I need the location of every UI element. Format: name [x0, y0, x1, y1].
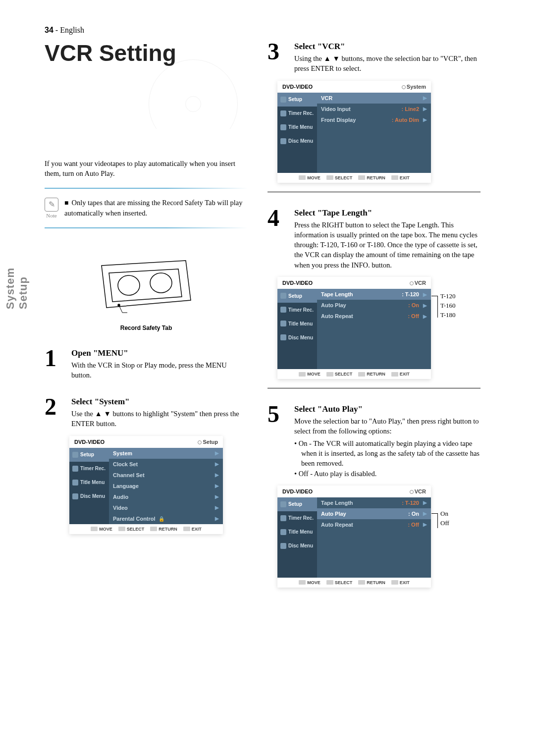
return-icon	[150, 527, 157, 531]
osd-main: VCR▶ Video Input: Line2▶ Front Display: …	[317, 93, 431, 173]
disc-icon	[280, 543, 286, 549]
osd-row: Front Display: Auto Dim▶	[317, 114, 431, 125]
chevron-right-icon: ▶	[215, 461, 219, 467]
gear-icon	[280, 97, 286, 103]
step-title: Select "VCR"	[294, 42, 481, 52]
ok-icon	[118, 527, 125, 531]
chevron-right-icon: ▶	[423, 511, 427, 516]
osd-foot-move: MOVE	[299, 580, 321, 585]
osd-foot-exit: EXIT	[391, 580, 410, 585]
step-number: 1	[45, 346, 64, 380]
osd-sidebar: Setup Timer Rec. Title Menu Disc Menu	[277, 289, 317, 369]
chevron-right-icon: ▶	[215, 505, 219, 510]
chevron-right-icon: ▶	[423, 106, 427, 111]
chevron-right-icon: ▶	[423, 314, 427, 319]
osd-breadcrumb: VCR	[410, 280, 426, 286]
disc-icon	[72, 493, 78, 499]
step-5: 5 Select "Auto Play" Move the selection …	[268, 402, 481, 479]
osd-row-vcr: VCR▶	[317, 93, 431, 104]
title-block: VCR Setting	[45, 40, 248, 129]
osd-header: DVD-VIDEO VCR	[277, 486, 431, 497]
osd-body: Setup Timer Rec. Title Menu Disc Menu Ta…	[277, 289, 431, 369]
chevron-right-icon: ▶	[215, 483, 219, 488]
disc-illustration	[149, 59, 238, 129]
osd-foot-move: MOVE	[91, 527, 112, 532]
chevron-right-icon: ▶	[423, 292, 427, 297]
osd-foot-exit: EXIT	[391, 175, 410, 180]
title-icon	[280, 124, 286, 130]
osd-header-left: DVD-VIDEO	[282, 488, 313, 494]
osd-breadcrumb: Setup	[198, 439, 218, 445]
right-column: 3 Select "VCR" Using the ▲ ▼ buttons, mo…	[268, 40, 481, 594]
step-1: 1 Open "MENU" With the VCR in Stop or Pl…	[45, 346, 248, 380]
chevron-right-icon: ▶	[423, 500, 427, 505]
osd-header: DVD-VIDEO VCR	[277, 277, 431, 289]
disc-icon	[280, 138, 286, 144]
intro-text: If you want your videotapes to play auto…	[45, 159, 248, 179]
osd-screenshot-setup: DVD-VIDEO Setup Setup Timer Rec. Title M…	[69, 436, 223, 534]
exit-icon	[391, 372, 398, 377]
osd-side-setup: Setup	[277, 289, 317, 303]
osd-screenshot-vcr-tape: DVD-VIDEO VCR Setup Timer Rec. Title Men…	[277, 277, 431, 379]
clock-icon	[280, 515, 286, 521]
osd-side-timer: Timer Rec.	[277, 107, 317, 120]
osd-footer: MOVE SELECT RETURN EXIT	[277, 369, 431, 379]
osd-side-discmenu: Disc Menu	[69, 489, 109, 503]
osd-foot-return: RETURN	[150, 527, 177, 532]
step-title: Select "Tape Length"	[294, 208, 481, 218]
title-icon	[280, 321, 286, 326]
step-number: 2	[45, 395, 64, 429]
bullet-icon: ■	[64, 198, 68, 208]
osd-header-left: DVD-VIDEO	[282, 280, 313, 286]
chevron-right-icon: ▶	[215, 516, 219, 521]
osd-side-discmenu: Disc Menu	[277, 330, 317, 344]
osd-footer: MOVE SELECT RETURN EXIT	[277, 578, 431, 588]
svg-point-0	[118, 275, 140, 295]
osd-row: Tape Length: T-120▶	[317, 497, 431, 508]
svg-point-1	[150, 273, 172, 293]
osd-row: Auto Repeat: Off▶	[317, 311, 431, 322]
gear-icon	[72, 452, 78, 458]
note-icon-column: ✎ Note	[45, 198, 58, 218]
osd-row-parental: Parental Control 🔒▶	[109, 513, 223, 524]
title-icon	[72, 480, 78, 486]
step-text: Move the selection bar to "Auto Play," t…	[294, 416, 481, 479]
osd-row-tapelength: Tape Length: T-120▶	[317, 289, 431, 300]
note-box: ✎ Note ■Only tapes that are missing the …	[45, 198, 248, 218]
section-tab: System Setup	[4, 268, 30, 309]
osd-side-setup: Setup	[69, 448, 109, 462]
osd-footer: MOVE SELECT RETURN EXIT	[69, 524, 223, 534]
chevron-right-icon: ▶	[215, 472, 219, 478]
dpad-icon	[299, 175, 306, 180]
osd-side-discmenu: Disc Menu	[277, 134, 317, 148]
osd-row: Auto Repeat: Off▶	[317, 519, 431, 530]
osd-body: Setup Timer Rec. Title Menu Disc Menu Sy…	[69, 448, 223, 524]
note-text: ■Only tapes that are missing the Record …	[64, 198, 248, 218]
step-number: 4	[268, 206, 287, 270]
divider	[45, 188, 248, 189]
osd-breadcrumb: System	[402, 84, 426, 90]
osd-foot-move: MOVE	[299, 175, 321, 180]
osd-side-timer: Timer Rec.	[69, 462, 109, 476]
step-number: 5	[268, 402, 287, 479]
note-icon: ✎	[45, 198, 58, 212]
osd-side-discmenu: Disc Menu	[277, 539, 317, 553]
exit-icon	[391, 175, 398, 180]
return-icon	[358, 372, 365, 377]
step-number: 3	[268, 40, 287, 74]
gear-icon	[280, 293, 286, 299]
osd-foot-select: SELECT	[326, 580, 353, 585]
page-footer: 34 - English	[45, 26, 84, 35]
osd-foot-exit: EXIT	[183, 527, 202, 532]
clock-icon	[280, 307, 286, 313]
gear-icon	[280, 501, 286, 507]
step-title: Open "MENU"	[71, 348, 248, 358]
svg-point-2	[118, 304, 120, 306]
osd-foot-move: MOVE	[299, 372, 321, 377]
osd-sidebar: Setup Timer Rec. Title Menu Disc Menu	[277, 93, 317, 173]
osd-side-titlemenu: Title Menu	[277, 120, 317, 134]
osd-foot-select: SELECT	[326, 372, 353, 377]
step-text: Press the RIGHT button to select the Tap…	[294, 220, 481, 270]
osd-row: Clock Set▶	[109, 459, 223, 470]
osd-footer: MOVE SELECT RETURN EXIT	[277, 173, 431, 183]
